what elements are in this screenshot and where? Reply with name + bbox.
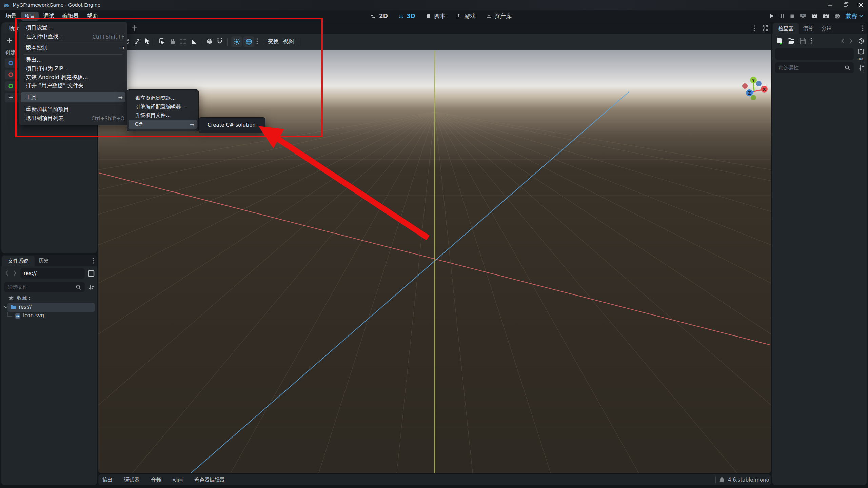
window-minimize-button[interactable] bbox=[825, 1, 836, 9]
select-tool-icon[interactable] bbox=[144, 38, 151, 45]
preview-sun-toggle[interactable] bbox=[231, 36, 242, 47]
open-docs-icon[interactable]: DOC bbox=[857, 49, 865, 61]
3d-viewport[interactable]: Y X Z bbox=[98, 50, 771, 473]
bottom-tab-shader-editor[interactable]: 着色器编辑器 bbox=[194, 477, 225, 483]
tab-3d[interactable]: 3D bbox=[398, 13, 415, 19]
menu-item-reload-project[interactable]: 重新加载当前项目 bbox=[22, 105, 124, 114]
filter-properties-input[interactable]: 筛选属性 bbox=[775, 62, 854, 73]
tab-signals[interactable]: 信号 bbox=[803, 25, 813, 32]
menu-item-create-csharp-solution[interactable]: Create C# solution bbox=[201, 120, 262, 129]
menu-item-upgrade-project-files[interactable]: 升级项目文件... bbox=[130, 111, 196, 120]
pause-icon[interactable] bbox=[780, 14, 785, 18]
script-icon bbox=[426, 13, 432, 19]
filter-files-input[interactable]: 筛选文件 bbox=[4, 282, 85, 292]
expand-viewport-icon[interactable] bbox=[762, 25, 768, 31]
tab-inspector[interactable]: 检查器 bbox=[773, 23, 799, 34]
tab-groups[interactable]: 分组 bbox=[822, 25, 832, 32]
new-scene-tab-icon[interactable] bbox=[132, 25, 137, 31]
load-resource-icon[interactable] bbox=[788, 38, 795, 44]
scale-tool-icon[interactable] bbox=[134, 38, 140, 45]
notification-bell-icon[interactable] bbox=[719, 477, 725, 483]
tree-row-root[interactable]: res:// bbox=[7, 303, 95, 312]
window-restore-button[interactable] bbox=[840, 1, 852, 9]
group-icon[interactable] bbox=[180, 38, 186, 45]
run-remote-icon[interactable] bbox=[800, 13, 806, 19]
tab-assetlib[interactable]: 资产库 bbox=[486, 12, 512, 20]
run-current-scene-icon[interactable] bbox=[811, 13, 817, 19]
preview-environment-toggle[interactable] bbox=[243, 36, 254, 47]
path-field[interactable]: res:// bbox=[20, 268, 85, 279]
menu-item-pack-zip[interactable]: 项目打包为 ZIP... bbox=[22, 64, 124, 74]
menu-item-orphan-resource-explorer[interactable]: 孤立资源浏览器... bbox=[130, 94, 196, 103]
nav-forward-icon[interactable] bbox=[13, 270, 17, 276]
menubar-item-help[interactable]: 帮助 bbox=[83, 12, 101, 21]
bottom-tab-animation[interactable]: 动画 bbox=[173, 477, 183, 483]
split-view-icon[interactable] bbox=[87, 270, 95, 277]
edit-history-icon[interactable] bbox=[858, 38, 865, 44]
resource-dots-icon[interactable] bbox=[810, 38, 812, 44]
menubar: 场景 项目 调试 编辑器 帮助 bbox=[2, 10, 101, 22]
menubar-item-scene[interactable]: 场景 bbox=[2, 12, 20, 21]
renderer-dropdown[interactable]: 兼容 bbox=[846, 12, 863, 20]
local-space-icon[interactable] bbox=[206, 38, 213, 45]
save-resource-icon[interactable] bbox=[800, 38, 806, 44]
run-custom-scene-icon[interactable] bbox=[823, 13, 829, 19]
inspector-menu-dots-icon[interactable] bbox=[862, 25, 864, 32]
add-node-icon[interactable] bbox=[7, 37, 13, 43]
project-menu-popup: 项目设置... 在文件中查找... Ctrl+Shift+F 版本控制 → 导出… bbox=[19, 22, 127, 125]
filesystem-dock: 文件系统 历史 res:// 筛选文件 收藏 : res:// bbox=[1, 255, 97, 485]
bottom-tab-audio[interactable]: 音频 bbox=[151, 477, 161, 483]
bottom-tab-debugger[interactable]: 调试器 bbox=[124, 477, 139, 483]
inspector-tabstrip: 检查器 信号 分组 bbox=[772, 22, 867, 34]
menu-item-version-control[interactable]: 版本控制 → bbox=[22, 43, 124, 53]
menubar-item-editor[interactable]: 编辑器 bbox=[59, 12, 82, 21]
menu-item-tools[interactable]: 工具 → bbox=[21, 92, 125, 102]
history-forward-icon[interactable] bbox=[849, 38, 853, 44]
grid-and-axes bbox=[98, 50, 771, 473]
stop-icon[interactable] bbox=[790, 14, 794, 18]
menu-item-open-user-data-folder[interactable]: 打开 “用户数据” 文件夹 bbox=[22, 81, 124, 90]
menu-item-quit-to-project-list[interactable]: 退出到项目列表 Ctrl+Shift+Q bbox=[22, 114, 124, 123]
menu-item-project-settings[interactable]: 项目设置... bbox=[22, 23, 124, 33]
bottom-tab-output[interactable]: 输出 bbox=[102, 477, 113, 483]
resource-name-field[interactable] bbox=[775, 48, 854, 60]
movie-maker-icon[interactable] bbox=[834, 13, 840, 19]
menubar-item-debug[interactable]: 调试 bbox=[40, 12, 58, 21]
menu-item-csharp[interactable]: C# → bbox=[129, 120, 197, 129]
property-tools-icon[interactable] bbox=[859, 64, 865, 71]
plus-icon bbox=[8, 95, 13, 100]
gizmo-neg-x-ball bbox=[742, 83, 748, 89]
list-select-icon[interactable] bbox=[159, 38, 165, 45]
snap-icon[interactable] bbox=[216, 38, 223, 45]
menu-item-engine-compile-config[interactable]: 引擎编译配置编辑器... bbox=[130, 102, 196, 111]
ruler-icon[interactable] bbox=[191, 38, 197, 45]
history-back-icon[interactable] bbox=[841, 38, 845, 44]
tab-game[interactable]: 游戏 bbox=[456, 12, 476, 20]
file-sort-icon[interactable] bbox=[88, 284, 95, 290]
menubar-item-project[interactable]: 项目 bbox=[21, 12, 39, 21]
sun-env-dots-icon[interactable] bbox=[256, 38, 258, 44]
menu-item-find-in-files[interactable]: 在文件中查找... Ctrl+Shift+F bbox=[22, 32, 124, 41]
navigation-gizmo[interactable]: Y X Z bbox=[736, 74, 771, 111]
tree-collapse-icon[interactable] bbox=[4, 306, 8, 308]
menu-item-export[interactable]: 导出... bbox=[22, 56, 124, 65]
window-close-button[interactable] bbox=[855, 1, 867, 9]
tab-2d[interactable]: 2D bbox=[371, 13, 388, 19]
search-icon bbox=[76, 284, 81, 290]
menu-separator bbox=[24, 43, 122, 43]
nav-back-icon[interactable] bbox=[5, 270, 9, 276]
tab-history[interactable]: 历史 bbox=[39, 258, 49, 264]
transform-menu[interactable]: 变换 bbox=[268, 38, 279, 45]
tab-script[interactable]: 脚本 bbox=[426, 12, 446, 20]
new-resource-icon[interactable] bbox=[776, 37, 783, 45]
dock-menu-dots-icon[interactable] bbox=[92, 258, 94, 264]
lock-icon[interactable] bbox=[170, 38, 176, 45]
tab-filesystem[interactable]: 文件系统 bbox=[2, 256, 35, 266]
viewport-dots-menu-icon[interactable] bbox=[753, 25, 755, 32]
view-menu[interactable]: 视图 bbox=[283, 38, 294, 45]
gizmo-x-label: X bbox=[763, 87, 766, 92]
play-icon[interactable] bbox=[769, 13, 774, 19]
menu-item-install-android-template[interactable]: 安装 Android 构建模板... bbox=[22, 73, 124, 82]
tree-row-file[interactable]: icon.svg bbox=[1, 312, 97, 321]
version-label[interactable]: 4.6.stable.mono bbox=[728, 477, 769, 483]
